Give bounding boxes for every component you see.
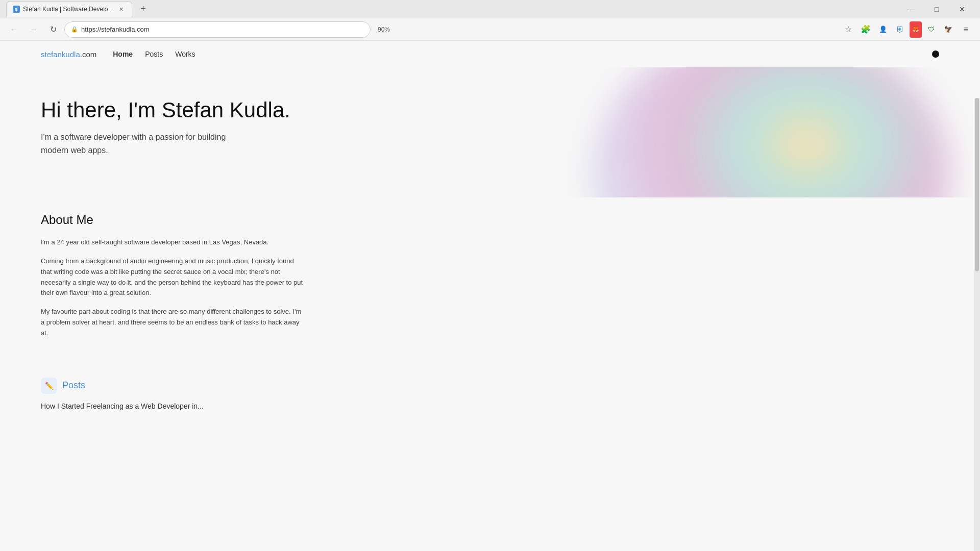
extensions-button[interactable]: 🧩 [857,21,874,38]
about-para-1: I'm a 24 year old self-taught software d… [41,237,306,248]
close-button[interactable]: ✕ [950,1,974,17]
about-para-2: Coming from a background of audio engine… [41,256,306,298]
back-button[interactable]: ← [6,21,22,38]
menu-button[interactable]: ≡ [958,21,974,38]
about-para-3: My favourite part about coding is that t… [41,307,306,338]
url-text: https://stefankudla.com [81,26,150,33]
zoom-indicator: 90% [378,26,390,33]
profile-button[interactable]: 👤 [875,21,891,38]
browser-toolbar: ← → ↻ 🔒 https://stefankudla.com 90% ☆ 🧩 … [0,18,980,41]
bookmark-star-button[interactable]: ☆ [840,21,856,38]
posts-pencil-icon: ✏️ [41,378,57,394]
nav-posts[interactable]: Posts [145,50,163,58]
posts-article-title[interactable]: How I Started Freelancing as a Web Devel… [41,402,939,410]
gradient-blob [592,67,949,197]
addon1-button[interactable]: 🦊 [910,21,922,38]
dark-mode-toggle[interactable] [932,51,939,58]
site-logo: stefankudla.com [41,50,96,59]
lock-icon: 🔒 [71,26,78,33]
browser-titlebar: S Stefan Kudla | Software Develo… ✕ + — … [0,0,980,18]
window-controls: — □ ✕ [899,1,974,17]
toolbar-icons-right: ☆ 🧩 👤 ⛨ 🦊 🛡 🦅 ≡ [840,21,974,38]
address-bar[interactable]: 🔒 https://stefankudla.com [64,21,371,38]
website-content: stefankudla.com Home Posts Works Hi ther… [0,41,980,551]
tab-close-button[interactable]: ✕ [117,5,126,13]
new-tab-button[interactable]: + [136,2,151,16]
browser-window: S Stefan Kudla | Software Develo… ✕ + — … [0,0,980,551]
refresh-button[interactable]: ↻ [45,21,61,38]
minimize-button[interactable]: — [899,1,923,17]
hero-title: Hi there, I'm Stefan Kudla. [41,98,296,122]
logo-tld: .com [80,50,97,59]
addon3-button[interactable]: 🦅 [940,21,957,38]
shield-icon: ⛨ [892,21,909,38]
tab-title: Stefan Kudla | Software Develo… [23,6,114,13]
forward-button[interactable]: → [26,21,42,38]
addon2-button[interactable]: 🛡 [923,21,939,38]
about-section: About Me I'm a 24 year old self-taught s… [0,197,980,367]
posts-section: ✏️ Posts How I Started Freelancing as a … [0,367,980,410]
browser-tab[interactable]: S Stefan Kudla | Software Develo… ✕ [6,1,132,17]
nav-links: Home Posts Works [113,50,195,58]
scrollbar-thumb[interactable] [975,98,979,271]
logo-name: stefankudla [41,50,80,59]
posts-header: ✏️ Posts [41,378,939,394]
scrollbar[interactable] [974,98,980,551]
hero-subtitle: I'm a software developer with a passion … [41,131,235,157]
maximize-button[interactable]: □ [925,1,948,17]
hero-section: Hi there, I'm Stefan Kudla. I'm a softwa… [0,67,980,197]
nav-works[interactable]: Works [175,50,195,58]
about-title: About Me [41,213,939,227]
tab-favicon: S [13,6,20,13]
site-nav: stefankudla.com Home Posts Works [0,41,980,67]
nav-home[interactable]: Home [113,50,133,58]
posts-section-title: Posts [62,380,85,391]
